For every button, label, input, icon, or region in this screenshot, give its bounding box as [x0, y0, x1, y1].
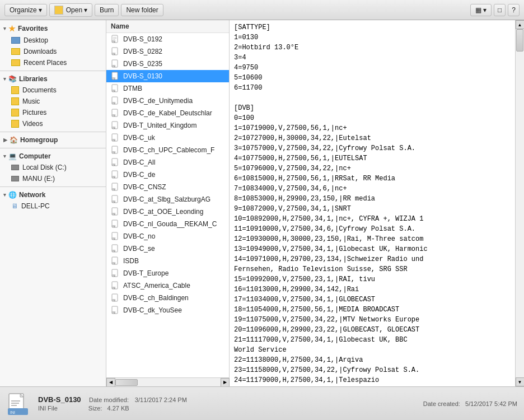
libraries-label: Libraries: [19, 75, 48, 83]
file-item-6-label: DVB-C_de_Kabel_Deutschlar: [123, 109, 212, 117]
ini-file-icon-22: INI: [111, 306, 120, 315]
burn-label: Burn: [100, 6, 114, 14]
hscroll-thumb[interactable]: [115, 379, 138, 386]
file-item-14[interactable]: INI DVB-C_at_OOE_Leonding: [106, 206, 229, 218]
file-item-16[interactable]: INI DVB-C_no: [106, 230, 229, 242]
scroll-track[interactable]: [516, 29, 524, 377]
homegroup-header[interactable]: ▶ 🏠 Homegroup: [0, 134, 106, 146]
main-area: ▾ ★ Favorites Desktop Downloads Recent P…: [0, 20, 524, 386]
file-item-0[interactable]: INI DVB-S_0192: [106, 33, 229, 45]
file-item-17-label: DVB-C_se: [123, 245, 155, 253]
sidebar-item-downloads[interactable]: Downloads: [0, 46, 106, 57]
view-button[interactable]: ▦ ▾: [470, 4, 492, 16]
svg-text:INI: INI: [112, 286, 115, 290]
ini-file-icon: INI: [111, 35, 120, 44]
file-item-9[interactable]: INI DVB-C_ch_UPC_Cablecom_F: [106, 144, 229, 156]
file-item-7[interactable]: INI DVB-T_United_Kingdom: [106, 119, 229, 132]
status-right: Date created: 5/12/2017 5:42 PM: [423, 400, 517, 407]
svg-text:INI: INI: [112, 101, 115, 105]
ini-file-icon-5: INI: [111, 96, 120, 105]
file-item-12[interactable]: INI DVB-C_CNSZ: [106, 181, 229, 193]
organize-button[interactable]: Organize ▾: [4, 4, 47, 16]
new-folder-button[interactable]: New folder: [121, 4, 163, 16]
ini-file-icon-3: INI: [111, 72, 120, 81]
file-item-19[interactable]: INI DVB-T_Europe: [106, 267, 229, 279]
help-button[interactable]: ?: [508, 4, 520, 16]
help-icon: ?: [512, 6, 516, 14]
ini-file-icon-7: INI: [111, 121, 120, 130]
sidebar: ▾ ★ Favorites Desktop Downloads Recent P…: [0, 20, 106, 386]
file-item-5-label: DVB-C_de_Unitymedia: [123, 97, 193, 105]
open-button[interactable]: Open ▾: [49, 3, 92, 17]
large-file-icon: INI: [8, 393, 28, 415]
svg-text:INI: INI: [112, 64, 115, 68]
svg-rect-2: [113, 38, 116, 39]
sidebar-item-manu-e[interactable]: MANU (E:): [0, 173, 106, 184]
svg-text:INI: INI: [112, 212, 115, 216]
file-item-2[interactable]: INI DVB-S_0235: [106, 58, 229, 70]
file-list: Name INI DVB-S_0192 INI DVB-S_0282 INI D…: [106, 20, 230, 377]
scroll-down-arrow[interactable]: ▼: [516, 377, 525, 386]
status-bar: INI DVB-S_0130 Date modified: 3/11/2017 …: [0, 386, 524, 420]
homegroup-arrow: ▶: [3, 137, 7, 143]
file-item-18-label: ISDB: [123, 257, 139, 265]
file-item-17[interactable]: INI DVB-C_se: [106, 242, 229, 255]
scroll-up-arrow[interactable]: ▲: [516, 20, 525, 29]
sidebar-item-music[interactable]: Music: [0, 96, 106, 107]
ini-file-icon-14: INI: [111, 207, 120, 216]
file-item-13[interactable]: INI DVB-C_at_Slbg_SalzburgAG: [106, 193, 229, 206]
file-item-8[interactable]: INI DVB-C_uk: [106, 132, 229, 144]
sidebar-item-pictures[interactable]: Pictures: [0, 107, 106, 118]
status-size: 4.27 KB: [107, 405, 129, 412]
svg-rect-1: [113, 37, 116, 38]
ini-file-icon-11: INI: [111, 170, 120, 179]
divider-1: [0, 71, 106, 71]
file-item-6[interactable]: INI DVB-C_de_Kabel_Deutschlar: [106, 107, 229, 119]
file-item-18[interactable]: INI ISDB: [106, 255, 229, 267]
file-item-1[interactable]: INI DVB-S_0282: [106, 45, 229, 58]
network-icon: 🌐: [8, 191, 17, 199]
sidebar-item-recent-places[interactable]: Recent Places: [0, 57, 106, 68]
hscroll-right-arrow[interactable]: ▶: [221, 378, 230, 387]
favorites-header[interactable]: ▾ ★ Favorites: [0, 22, 106, 35]
file-item-2-label: DVB-S_0235: [123, 60, 162, 68]
scroll-thumb[interactable]: [516, 29, 523, 52]
file-item-21[interactable]: INI DVB-C_ch_Baldingen: [106, 292, 229, 304]
libraries-header[interactable]: ▾ 📚 Libraries: [0, 73, 106, 85]
computer-section: ▾ 💻 Computer Local Disk (C:) MANU (E:): [0, 151, 106, 184]
status-size-label: Size:: [88, 405, 102, 412]
sidebar-item-pictures-label: Pictures: [22, 109, 46, 116]
network-header[interactable]: ▾ 🌐 Network: [0, 189, 106, 200]
computer-arrow: ▾: [3, 153, 6, 159]
file-item-3-label: DVB-S_0130: [123, 72, 162, 80]
file-list-header: Name: [106, 20, 229, 33]
computer-header[interactable]: ▾ 💻 Computer: [0, 151, 106, 162]
file-item-5[interactable]: INI DVB-C_de_Unitymedia: [106, 95, 229, 107]
hdd-e-icon: [11, 176, 19, 181]
ini-file-icon-6: INI: [111, 109, 120, 118]
hscroll-left-arrow[interactable]: ◀: [106, 378, 115, 387]
file-item-10[interactable]: INI DVB-C_All: [106, 156, 229, 169]
file-item-4[interactable]: INI DTMB: [106, 82, 229, 95]
file-list-scroll: INI DVB-S_0192 INI DVB-S_0282 INI DVB-S_…: [106, 33, 229, 316]
sidebar-item-videos[interactable]: Videos: [0, 118, 106, 129]
libraries-icon: 📚: [8, 75, 17, 83]
burn-button[interactable]: Burn: [95, 4, 119, 16]
sidebar-item-desktop[interactable]: Desktop: [0, 35, 106, 46]
file-item-3[interactable]: INI DVB-S_0130: [106, 70, 229, 82]
file-item-1-label: DVB-S_0282: [123, 48, 162, 55]
file-item-22[interactable]: INI DVB-C_dk_YouSee: [106, 304, 229, 316]
organize-arrow: ▾: [39, 6, 42, 14]
sidebar-item-documents[interactable]: Documents: [0, 85, 106, 96]
file-item-20[interactable]: INI ATSC_America_Cable: [106, 279, 229, 292]
file-item-15[interactable]: INI DVB-C_nl_Gouda__REKAM_C: [106, 218, 229, 230]
maximize-button[interactable]: □: [494, 4, 506, 16]
sidebar-item-local-disk-c[interactable]: Local Disk (C:): [0, 162, 106, 173]
status-filename: DVB-S_0130 Date modified: 3/11/2017 2:24…: [38, 395, 187, 404]
window: Organize ▾ Open ▾ Burn New folder ▦ ▾ □ …: [0, 0, 524, 420]
maximize-icon: □: [498, 6, 502, 14]
file-list-container: Name INI DVB-S_0192 INI DVB-S_0282 INI D…: [106, 20, 230, 386]
sidebar-item-dell-pc[interactable]: 🖥 DELL-PC: [0, 200, 106, 212]
ini-file-icon-1: INI: [111, 47, 120, 56]
file-item-11[interactable]: INI DVB-C_de: [106, 169, 229, 181]
